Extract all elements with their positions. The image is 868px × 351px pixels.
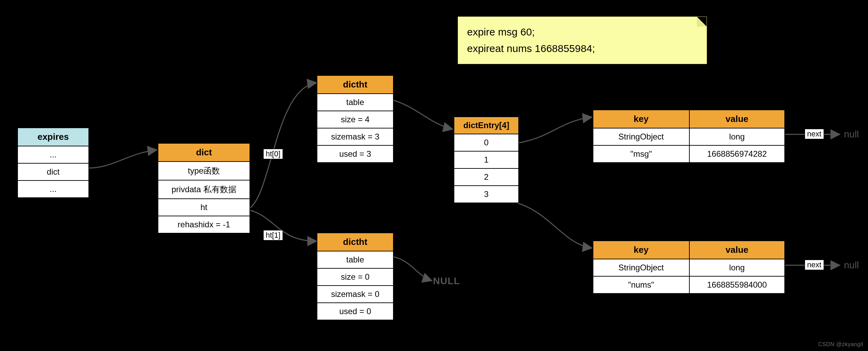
sticky-note: expire msg 60; expireat nums 1668855984; (458, 17, 707, 64)
dictht1-row-sizemask: sizemask = 0 (317, 286, 393, 303)
ht0-label: ht[0] (263, 149, 283, 159)
dictht1-row-used: used = 0 (317, 303, 393, 320)
entry0-key-val: "msg" (593, 146, 689, 162)
dictentry-header: dictEntry[4] (454, 117, 518, 134)
entry0-key-header: key (593, 110, 689, 128)
note-line2: expireat nums 1668855984; (467, 43, 595, 54)
expires-row-dict: dict (18, 164, 88, 181)
dict-row-type: type函数 (158, 162, 250, 180)
dictht1-row-size: size = 0 (317, 269, 393, 286)
entry1-value-val: 1668855984000 (689, 277, 785, 293)
dictht1-header: dictht (317, 233, 393, 251)
dict-row-rehashidx: rehashidx = -1 (158, 216, 250, 233)
dict-header: dict (158, 144, 250, 162)
entry0-box: key value StringObject long "msg" 166885… (593, 110, 785, 163)
dictentry-row-0: 0 (454, 134, 518, 152)
watermark: CSDN @zkyangll (818, 341, 863, 348)
entry1-key-header: key (593, 241, 689, 259)
entry1-box: key value StringObject long "nums" 16688… (593, 240, 785, 294)
expires-box: expires ... dict ... (17, 127, 89, 198)
entry1-value-type: long (689, 259, 785, 277)
null-text-1: null (844, 260, 859, 271)
dictht0-row-sizemask: sizemask = 3 (317, 128, 393, 146)
entry1-key-val: "nums" (593, 277, 689, 293)
dictht1-row-table: table (317, 251, 393, 269)
dictht0-header: dictht (317, 76, 393, 94)
entry0-key-type: StringObject (593, 128, 689, 146)
null-label: NULL (433, 276, 460, 287)
dictentry-box: dictEntry[4] 0 1 2 3 (454, 116, 519, 203)
entry1-key-type: StringObject (593, 259, 689, 277)
entry0-value-type: long (689, 128, 785, 146)
dict-row-ht: ht (158, 199, 250, 216)
dictht0-row-used: used = 3 (317, 146, 393, 162)
dictht0-box: dictht table size = 4 sizemask = 3 used … (317, 75, 394, 163)
expires-row: ... (18, 146, 88, 164)
dict-row-privdata: privdata 私有数据 (158, 180, 250, 199)
entry0-value-header: value (689, 110, 785, 128)
expires-row: ... (18, 181, 88, 197)
note-line1: expire msg 60; (467, 26, 535, 38)
dictht0-row-table: table (317, 94, 393, 111)
dictht1-box: dictht table size = 0 sizemask = 0 used … (317, 233, 394, 320)
next-label-0: next (805, 129, 824, 139)
entry0-value-val: 1668856974282 (689, 146, 785, 162)
dict-box: dict type函数 privdata 私有数据 ht rehashidx =… (158, 143, 250, 234)
expires-header: expires (18, 128, 88, 146)
dictht0-row-size: size = 4 (317, 111, 393, 128)
next-label-1: next (805, 260, 824, 270)
dictentry-row-3: 3 (454, 186, 518, 203)
dictentry-row-1: 1 (454, 152, 518, 169)
arrows-layer (0, 0, 868, 351)
entry1-value-header: value (689, 241, 785, 259)
null-text-0: null (844, 129, 859, 140)
dictentry-row-2: 2 (454, 169, 518, 186)
ht1-label: ht[1] (263, 230, 283, 240)
